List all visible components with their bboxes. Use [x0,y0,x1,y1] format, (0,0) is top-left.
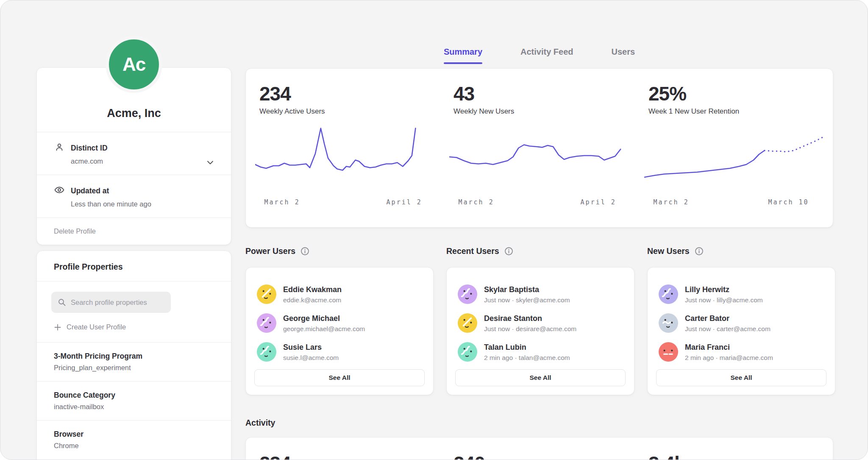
company-avatar: Ac [106,36,162,93]
user-row[interactable]: Susie Lars susie.l@acme.com [257,340,422,368]
activity-metric: 234 [259,452,291,460]
tab-bar: Summary Activity Feed Users [245,47,833,64]
stat-weekly-active-users: 234 Weekly Active Users [259,82,442,116]
user-meta: 2 min ago · talan@acme.com [484,354,570,362]
search-icon [58,298,66,307]
app-window: Ac Acme, Inc Distinct ID acme.com [0,0,868,460]
user-name: Susie Lars [283,342,339,352]
user-row[interactable]: Lilly Herwitz Just now · lilly@acme.com [659,282,824,311]
tab-activity-feed-label: Activity Feed [520,47,573,56]
power-users-card: Eddie Kwakman eddie.k@acme.com [245,267,434,395]
user-lists-row: Power Users [245,246,835,395]
create-user-profile-button[interactable]: Create User Profile [37,313,231,342]
info-icon[interactable] [300,247,309,256]
user-name: Carter Bator [685,313,771,323]
user-row[interactable]: Carter Bator Just now · carter@acme.com [659,311,824,340]
power-users-block: Power Users [245,246,434,395]
new-users-card: Lilly Herwitz Just now · lilly@acme.com [647,267,835,395]
stat-label: Weekly Active Users [259,107,442,116]
stat-weekly-new-users: 43 Weekly New Users [453,82,636,116]
see-all-button[interactable]: See All [455,369,626,386]
x-axis-label: March 2 [264,198,300,206]
user-row[interactable]: Maria Franci 2 min ago · maria@acme.com [659,340,824,368]
power-users-title: Power Users [245,246,295,256]
stat-week1-retention: 25% Week 1 New User Retention [648,82,831,116]
user-avatar [659,313,678,333]
see-all-button[interactable]: See All [656,369,826,386]
updated-at-row: Updated at Less than one minute ago [37,175,231,217]
property-label: Bounce Category [54,391,214,400]
property-row-pricing-program[interactable]: 3-Month Pricing Program Pricing_plan_exp… [37,342,231,381]
avatar-face-icon [659,284,678,304]
stat-label: Week 1 New User Retention [648,107,831,116]
info-icon[interactable] [695,247,704,256]
avatar-face-icon [659,342,678,362]
updated-at-value: Less than one minute ago [71,200,214,208]
recent-users-card: Skylar Baptista Just now · skyler@acme.c… [446,267,634,395]
x-axis-label: April 2 [387,198,422,206]
user-row[interactable]: Skylar Baptista Just now · skyler@acme.c… [458,282,623,311]
person-icon [54,142,65,154]
user-name: Desirae Stanton [484,313,576,323]
avatar-face-icon [458,342,477,362]
user-name: Lilly Herwitz [685,284,763,294]
stat-value: 43 [453,82,636,105]
chevron-down-icon[interactable] [206,158,215,169]
avatar-face-icon [257,313,276,333]
stat-value: 234 [259,82,442,105]
stat-label: Weekly New Users [453,107,636,116]
user-row[interactable]: Talan Lubin 2 min ago · talan@acme.com [458,340,623,368]
user-meta: susie.l@acme.com [283,354,339,362]
distinct-id-label: Distinct ID [71,144,108,153]
property-value: inactive-mailbox [54,403,214,411]
profile-properties-search [51,292,171,313]
new-users-title: New Users [647,246,690,256]
x-axis-label: March 2 [654,198,689,206]
user-row[interactable]: George Michael george.michael@acme.com [257,311,422,340]
updated-at-label: Updated at [71,187,109,195]
new-users-block: New Users [647,246,835,395]
property-row-bounce-category[interactable]: Bounce Category inactive-mailbox [37,381,231,420]
user-meta: Just now · carter@acme.com [685,325,771,333]
user-avatar [257,313,276,333]
x-axis-label: April 2 [581,198,616,206]
user-name: Maria Franci [685,342,773,352]
user-name: George Michael [283,313,365,323]
avatar-face-icon [659,313,678,333]
user-avatar [659,284,678,304]
user-avatar [458,313,477,333]
user-row[interactable]: Eddie Kwakman eddie.k@acme.com [257,282,422,311]
user-row[interactable]: Desirae Stanton Just now · desirare@acme… [458,311,623,340]
user-meta: eddie.k@acme.com [283,296,342,304]
tab-summary[interactable]: Summary [444,47,482,64]
tab-summary-label: Summary [444,47,482,56]
user-avatar [458,342,477,362]
eye-icon [54,184,65,197]
user-avatar [458,284,477,304]
see-all-button[interactable]: See All [254,369,425,386]
search-input[interactable] [51,292,171,313]
activity-metric: 3.4k [648,452,685,460]
tab-users[interactable]: Users [612,47,635,64]
user-meta: Just now · desirare@acme.com [484,325,576,333]
avatar-face-icon [458,284,477,304]
user-avatar [659,342,678,362]
recent-users-block: Recent Users [446,246,634,395]
weekly-new-users-chart: March 2April 2 [449,124,632,211]
tab-activity-feed[interactable]: Activity Feed [520,47,573,64]
delete-profile-button[interactable]: Delete Profile [37,217,231,245]
info-icon[interactable] [504,247,513,256]
property-value: Chrome [54,442,214,450]
company-avatar-initials: Ac [122,54,145,75]
property-row-browser[interactable]: Browser Chrome [37,420,231,459]
user-avatar [257,342,276,362]
plus-icon [54,323,61,331]
profile-summary-card: Acme, Inc Distinct ID acme.com [36,67,231,245]
profile-properties-card: Profile Properties Create User Profile 3… [36,251,231,460]
stat-value: 25% [648,82,831,105]
user-meta: Just now · lilly@acme.com [685,296,763,304]
weekly-active-users-chart: March 2April 2 [255,124,437,211]
x-axis-label: March 2 [459,198,494,206]
user-meta: Just now · skyler@acme.com [484,296,570,304]
avatar-face-icon [257,342,276,362]
